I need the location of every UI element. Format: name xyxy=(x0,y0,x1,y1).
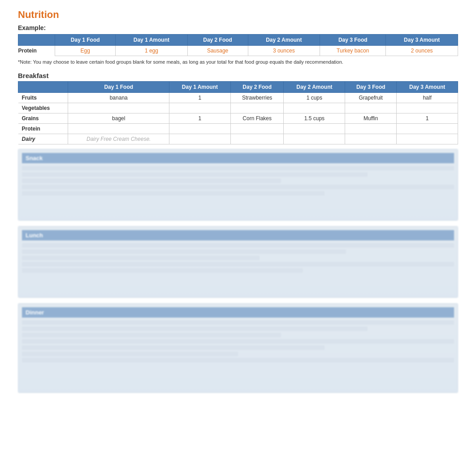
example-row-protein-day3-food: Turkey bacon xyxy=(320,46,386,56)
dinner-section-blurred: Dinner xyxy=(18,303,458,393)
breakfast-col-day2-amount: Day 2 Amount xyxy=(284,82,345,93)
fruits-day3-amount: half xyxy=(397,93,458,103)
dairy-day3-amount xyxy=(397,134,458,144)
grains-day3-food: Muffin xyxy=(345,113,397,124)
table-row: Vegetables xyxy=(18,103,458,113)
example-col-category xyxy=(18,35,55,46)
grains-day3-amount: 1 xyxy=(397,113,458,124)
example-col-day1-food: Day 1 Food xyxy=(55,35,116,46)
note-text: *Note: You may choose to leave certain f… xyxy=(18,59,458,65)
vegetables-day3-food xyxy=(345,103,397,113)
table-row: Grains bagel 1 Corn Flakes 1.5 cups Muff… xyxy=(18,113,458,124)
table-row: Protein xyxy=(18,124,458,134)
protein-day1-amount xyxy=(169,124,231,134)
protein-day3-amount xyxy=(397,124,458,134)
row-label-protein: Protein xyxy=(18,124,68,134)
dairy-day2-food xyxy=(230,134,284,144)
grains-day2-food: Corn Flakes xyxy=(230,113,284,124)
example-col-day3-amount: Day 3 Amount xyxy=(386,35,458,46)
example-row-protein-day2-food: Sausage xyxy=(187,46,248,56)
example-col-day3-food: Day 3 Food xyxy=(320,35,386,46)
example-row-protein-day1-food: Egg xyxy=(55,46,116,56)
row-label-grains: Grains xyxy=(18,113,68,124)
example-row-protein-day3-amount: 2 ounces xyxy=(386,46,458,56)
protein-day1-food xyxy=(68,124,169,134)
breakfast-col-day3-food: Day 3 Food xyxy=(345,82,397,93)
lunch-section-blurred: Lunch xyxy=(18,226,458,298)
breakfast-section-title: Breakfast xyxy=(18,72,458,79)
example-col-day1-amount: Day 1 Amount xyxy=(116,35,188,46)
table-row: Dairy Dairy Free Cream Cheese. xyxy=(18,134,458,144)
fruits-day1-amount: 1 xyxy=(169,93,231,103)
table-row: Fruits banana 1 Strawberries 1 cups Grap… xyxy=(18,93,458,103)
page-title: Nutrition xyxy=(18,9,458,21)
example-col-day2-amount: Day 2 Amount xyxy=(248,35,320,46)
vegetables-day1-amount xyxy=(169,103,231,113)
example-col-day2-food: Day 2 Food xyxy=(187,35,248,46)
protein-day2-food xyxy=(230,124,284,134)
example-row-protein-day1-amount: 1 egg xyxy=(116,46,188,56)
protein-day3-food xyxy=(345,124,397,134)
dairy-day2-amount xyxy=(284,134,345,144)
dairy-day1-food: Dairy Free Cream Cheese. xyxy=(68,134,169,144)
row-label-vegetables: Vegetables xyxy=(18,103,68,113)
vegetables-day2-food xyxy=(230,103,284,113)
example-row-protein-label: Protein xyxy=(18,46,55,56)
fruits-day2-amount: 1 cups xyxy=(284,93,345,103)
snack-section-blurred: Snack xyxy=(18,149,458,221)
fruits-day1-food: banana xyxy=(68,93,169,103)
vegetables-day2-amount xyxy=(284,103,345,113)
example-label: Example: xyxy=(18,24,458,31)
grains-day2-amount: 1.5 cups xyxy=(284,113,345,124)
fruits-day3-food: Grapefruit xyxy=(345,93,397,103)
vegetables-day1-food xyxy=(68,103,169,113)
protein-day2-amount xyxy=(284,124,345,134)
example-table: Day 1 Food Day 1 Amount Day 2 Food Day 2… xyxy=(18,34,458,56)
grains-day1-food: bagel xyxy=(68,113,169,124)
vegetables-day3-amount xyxy=(397,103,458,113)
fruits-day2-food: Strawberries xyxy=(230,93,284,103)
breakfast-col-day3-amount: Day 3 Amount xyxy=(397,82,458,93)
row-label-dairy: Dairy xyxy=(18,134,68,144)
breakfast-col-day2-food: Day 2 Food xyxy=(230,82,284,93)
breakfast-table: Day 1 Food Day 1 Amount Day 2 Food Day 2… xyxy=(18,81,458,144)
breakfast-col-category xyxy=(18,82,68,93)
dairy-day3-food xyxy=(345,134,397,144)
breakfast-col-day1-food: Day 1 Food xyxy=(68,82,169,93)
row-label-fruits: Fruits xyxy=(18,93,68,103)
example-row-protein-day2-amount: 3 ounces xyxy=(248,46,320,56)
grains-day1-amount: 1 xyxy=(169,113,231,124)
dairy-day1-amount xyxy=(169,134,231,144)
breakfast-col-day1-amount: Day 1 Amount xyxy=(169,82,231,93)
